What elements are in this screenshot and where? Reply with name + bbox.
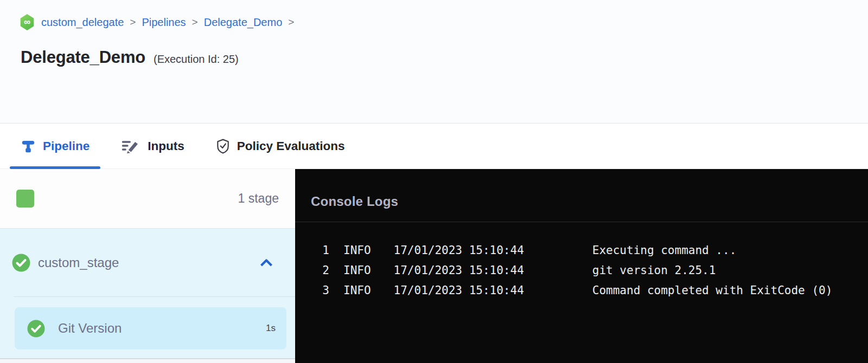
tab-bar: Pipeline Inputs Policy Eval (0, 123, 868, 169)
console-logs-panel: Console Logs 1 INFO 17/01/2023 15:10:44 … (295, 169, 868, 363)
success-check-icon (12, 254, 30, 272)
pipeline-execution-page: ∞ custom_delegate > Pipelines > Delegate… (0, 0, 868, 363)
log-message: Command completed with ExitCode (0) (592, 284, 833, 297)
execution-id-label: (Execution Id: 25) (154, 53, 239, 66)
console-log-list: 1 INFO 17/01/2023 15:10:44 Executing com… (295, 222, 868, 300)
page-title: Delegate_Demo (21, 48, 145, 67)
log-line: 2 INFO 17/01/2023 15:10:44 git version 2… (295, 260, 868, 280)
stage-count-label: 1 stage (238, 191, 279, 206)
tab-label: Inputs (148, 139, 184, 153)
log-line-number: 3 (320, 284, 329, 297)
log-line-number: 2 (320, 264, 329, 277)
breadcrumb-link-pipelines[interactable]: Pipelines (142, 16, 186, 29)
inputs-edit-icon (121, 139, 141, 153)
tab-pipeline[interactable]: Pipeline (10, 124, 100, 168)
console-header: Console Logs (295, 169, 868, 222)
breadcrumb-separator-icon: > (288, 16, 294, 28)
tab-label: Pipeline (43, 139, 90, 153)
console-logs-title: Console Logs (311, 194, 398, 209)
stage-status-square-icon (16, 190, 34, 208)
stage-summary-row: 1 stage (0, 169, 295, 229)
breadcrumb-link-project[interactable]: custom_delegate (41, 16, 124, 29)
tab-label: Policy Evaluations (237, 139, 345, 153)
log-level: INFO (343, 244, 371, 257)
breadcrumb-separator-icon: > (192, 16, 198, 28)
success-check-icon (27, 320, 45, 338)
log-level: INFO (343, 264, 371, 277)
pipeline-icon (21, 139, 36, 153)
chevron-up-icon[interactable] (259, 258, 273, 268)
step-name-label: Git Version (58, 321, 122, 336)
tab-inputs[interactable]: Inputs (110, 124, 195, 168)
step-duration-label: 1s (266, 323, 276, 334)
log-message: git version 2.25.1 (592, 264, 716, 277)
stages-panel-footer (0, 358, 295, 363)
log-timestamp: 17/01/2023 15:10:44 (394, 284, 524, 297)
stage-name-label: custom_stage (38, 255, 119, 270)
project-hexagon-icon: ∞ (20, 14, 35, 30)
shield-check-icon (216, 139, 230, 154)
log-timestamp: 17/01/2023 15:10:44 (394, 244, 524, 257)
log-level: INFO (343, 284, 371, 297)
log-line-number: 1 (320, 244, 329, 257)
breadcrumb: ∞ custom_delegate > Pipelines > Delegate… (20, 14, 300, 30)
main-content: 1 stage custom_stage Git Version (0, 169, 868, 363)
stages-panel: 1 stage custom_stage Git Version (0, 169, 295, 363)
log-line: 3 INFO 17/01/2023 15:10:44 Command compl… (295, 280, 868, 300)
page-header: Delegate_Demo (Execution Id: 25) (21, 48, 239, 67)
stage-row-custom-stage[interactable]: custom_stage (0, 229, 295, 297)
breadcrumb-separator-icon: > (130, 16, 136, 28)
log-message: Executing command ... (592, 244, 737, 257)
log-timestamp: 17/01/2023 15:10:44 (394, 264, 524, 277)
step-row-git-version[interactable]: Git Version 1s (15, 307, 286, 349)
breadcrumb-link-pipeline-name[interactable]: Delegate_Demo (204, 16, 283, 29)
log-line: 1 INFO 17/01/2023 15:10:44 Executing com… (295, 240, 868, 260)
tab-policy-evaluations[interactable]: Policy Evaluations (205, 124, 356, 168)
